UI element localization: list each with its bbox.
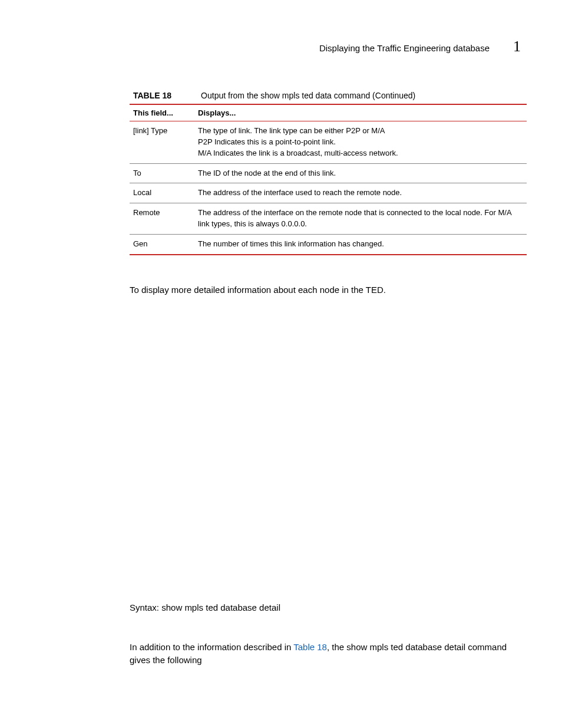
- description-line: The ID of the node at the end of this li…: [198, 168, 523, 179]
- description-cell: The address of the interface used to rea…: [194, 183, 527, 203]
- description-cell: The number of times this link informatio…: [194, 234, 527, 254]
- column-header-displays: Displays...: [194, 105, 527, 121]
- addition-pre: In addition to the information described…: [130, 642, 293, 652]
- table-label: TABLE 18: [133, 91, 171, 100]
- field-cell: Local: [130, 183, 194, 203]
- output-table: This field... Displays... [link] TypeThe…: [130, 105, 527, 255]
- description-line: The type of link. The link type can be e…: [198, 126, 523, 137]
- description-line: The address of the interface on the remo…: [198, 207, 523, 230]
- table-row: ToThe ID of the node at the end of this …: [130, 163, 527, 183]
- chapter-number: 1: [513, 38, 521, 55]
- description-cell: The address of the interface on the remo…: [194, 203, 527, 235]
- description-cell: The ID of the node at the end of this li…: [194, 163, 527, 183]
- description-line: The number of times this link informatio…: [198, 239, 523, 250]
- addition-paragraph: In addition to the information described…: [130, 641, 527, 667]
- description-line: M/A Indicates the link is a broadcast, m…: [198, 148, 523, 159]
- table-row: [link] TypeThe type of link. The link ty…: [130, 121, 527, 164]
- description-line: P2P Indicates this is a point-to-point l…: [198, 137, 523, 148]
- table-caption: TABLE 18 Output from the show mpls ted d…: [130, 91, 527, 105]
- table-row: LocalThe address of the interface used t…: [130, 183, 527, 203]
- paragraph-intro: To display more detailed information abo…: [130, 284, 527, 296]
- table-caption-text: Output from the show mpls ted data comma…: [201, 91, 415, 100]
- field-cell: [link] Type: [130, 121, 194, 164]
- table-18-link[interactable]: Table 18: [293, 642, 327, 652]
- field-cell: To: [130, 163, 194, 183]
- table-row: RemoteThe address of the interface on th…: [130, 203, 527, 235]
- syntax-line: Syntax: show mpls ted database detail: [130, 602, 527, 612]
- field-cell: Remote: [130, 203, 194, 235]
- page-header: Displaying the Traffic Engineering datab…: [130, 38, 527, 55]
- header-title: Displaying the Traffic Engineering datab…: [319, 43, 490, 53]
- table-row: GenThe number of times this link informa…: [130, 234, 527, 254]
- description-cell: The type of link. The link type can be e…: [194, 121, 527, 164]
- field-cell: Gen: [130, 234, 194, 254]
- column-header-field: This field...: [130, 105, 194, 121]
- description-line: The address of the interface used to rea…: [198, 187, 523, 199]
